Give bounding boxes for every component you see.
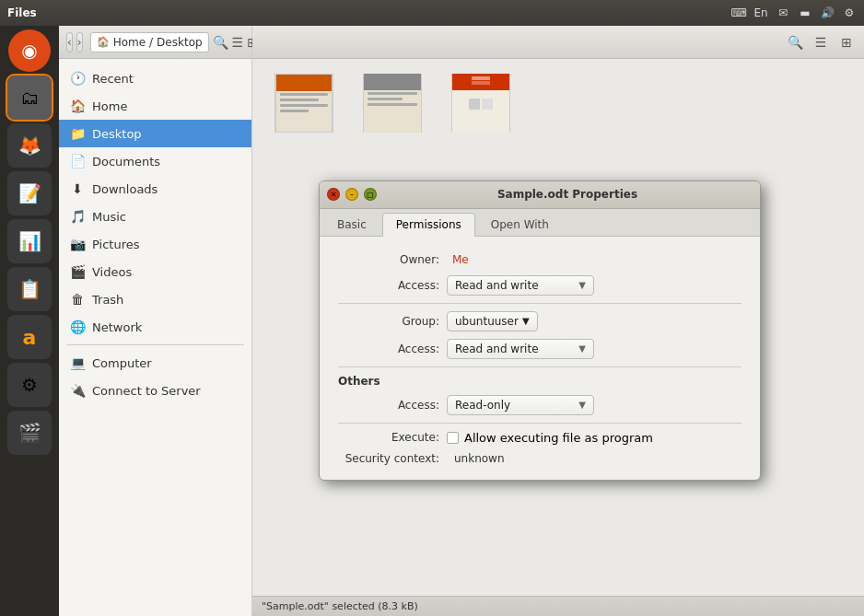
address-location[interactable]: Desktop	[157, 36, 203, 49]
owner-access-dropdown[interactable]: Read and write ▼	[447, 275, 594, 296]
execute-text: Allow executing file as program	[464, 431, 653, 445]
sidebar-item-desktop[interactable]: 📁 Desktop	[59, 120, 251, 147]
vlc-icon: 🎬	[18, 422, 41, 444]
sidebar-item-home[interactable]: 🏠 Home	[59, 92, 251, 120]
address-home[interactable]: Home	[113, 36, 146, 49]
mail-icon[interactable]: ✉	[776, 6, 790, 20]
dock-item-amazon[interactable]: a	[7, 315, 52, 359]
group-label: Group:	[338, 315, 439, 328]
files-icon: 🗂	[20, 87, 39, 109]
sidebar-item-videos[interactable]: 🎬 Videos	[59, 258, 251, 285]
search-button[interactable]: 🔍	[213, 32, 228, 52]
file-area: 🔍 ☰ ⊞	[252, 26, 864, 616]
main-layout: ◉ 🗂 🦊 📝 📊 📋 a ⚙ 🎬 ‹ ›	[0, 26, 864, 616]
dock-item-impress[interactable]: 📋	[7, 267, 52, 311]
list-view-button[interactable]: ☰	[232, 32, 244, 52]
security-row: Security context: unknown	[338, 452, 741, 465]
keyboard-icon[interactable]: ⌨	[731, 6, 746, 20]
dock: ◉ 🗂 🦊 📝 📊 📋 a ⚙ 🎬	[0, 26, 59, 616]
execute-label: Execute:	[338, 431, 439, 444]
sidebar-item-connect[interactable]: 🔌 Connect to Server	[59, 377, 251, 404]
execute-checkbox[interactable]	[447, 432, 459, 444]
dialog-overlay: ✕ – □ Sample.odt Properties Basic Permis…	[252, 44, 864, 616]
sidebar-item-documents[interactable]: 📄 Documents	[59, 147, 251, 175]
sidebar-item-network[interactable]: 🌐 Network	[59, 313, 251, 341]
sidebar-item-music[interactable]: 🎵 Music	[59, 203, 251, 230]
sidebar-label-computer: Computer	[92, 356, 152, 370]
owner-access-label: Access:	[338, 279, 439, 292]
sidebar-label-music: Music	[92, 210, 126, 224]
connect-icon: 🔌	[70, 383, 85, 398]
home-icon: 🏠	[97, 36, 110, 48]
dock-item-firefox[interactable]: 🦊	[7, 123, 52, 168]
sidebar-label-pictures: Pictures	[92, 238, 139, 251]
others-title: Others	[338, 375, 741, 388]
sidebar-item-trash[interactable]: 🗑 Trash	[59, 285, 251, 313]
address-separator: /	[149, 36, 153, 49]
sidebar-label-recent: Recent	[92, 72, 134, 86]
tab-open-with[interactable]: Open With	[477, 213, 563, 236]
trash-icon: 🗑	[70, 292, 85, 307]
close-button[interactable]: ✕	[327, 188, 340, 201]
impress-icon: 📋	[18, 278, 41, 300]
dialog-title: Sample.odt Properties	[382, 188, 753, 201]
security-label: Security context:	[338, 452, 439, 465]
dock-item-calc[interactable]: 📊	[7, 219, 52, 263]
home-folder-icon: 🏠	[70, 99, 85, 113]
status-text: "Sample.odt" selected (8.3 kB)	[262, 600, 418, 612]
owner-row: Owner: Me	[338, 251, 741, 268]
maximize-button[interactable]: □	[364, 188, 377, 201]
sidebar-label-network: Network	[92, 320, 142, 334]
group-access-row: Access: Read and write ▼	[338, 339, 741, 359]
forward-button[interactable]: ›	[76, 32, 83, 52]
sidebar-label-desktop: Desktop	[92, 127, 142, 141]
group-select[interactable]: ubuntuuser ▼	[447, 311, 538, 331]
group-access-value: Read and write	[455, 343, 539, 355]
address-bar: 🏠 Home / Desktop	[90, 32, 209, 52]
others-access-dropdown[interactable]: Read-only ▼	[447, 395, 594, 415]
sidebar-item-downloads[interactable]: ⬇ Downloads	[59, 175, 251, 203]
ubuntu-icon: ◉	[21, 40, 37, 62]
dialog-tabs: Basic Permissions Open With	[320, 209, 760, 237]
back-button[interactable]: ‹	[66, 32, 73, 52]
settings-icon[interactable]: ⚙	[842, 6, 857, 20]
group-value: ubuntuuser	[455, 315, 519, 328]
dock-item-files[interactable]: 🗂	[7, 76, 52, 120]
execute-row: Execute: Allow executing file as program	[338, 431, 741, 445]
owner-value: Me	[447, 251, 474, 268]
dock-item-vlc[interactable]: 🎬	[7, 411, 52, 455]
permissions-content: Owner: Me Access: Read and write ▼ Group…	[320, 237, 760, 480]
sidebar-separator	[66, 344, 244, 345]
sidebar-label-trash: Trash	[92, 293, 123, 307]
separator-2	[338, 366, 741, 367]
sidebar-item-pictures[interactable]: 📷 Pictures	[59, 230, 251, 258]
sidebar-item-computer[interactable]: 💻 Computer	[59, 349, 251, 377]
separator-3	[338, 423, 741, 424]
sidebar-label-downloads: Downloads	[92, 182, 158, 196]
minimize-button[interactable]: –	[345, 188, 358, 201]
recent-icon: 🕐	[70, 71, 85, 86]
sidebar-label-home: Home	[92, 99, 127, 113]
sidebar-navbar: ‹ › 🏠 Home / Desktop 🔍 ☰ ⊞	[59, 26, 251, 59]
sidebar-item-recent[interactable]: 🕐 Recent	[59, 64, 251, 92]
separator-1	[338, 303, 741, 304]
group-access-dropdown[interactable]: Read and write ▼	[447, 339, 594, 359]
dock-item-writer[interactable]: 📝	[7, 171, 52, 215]
computer-icon: 💻	[70, 355, 85, 370]
pictures-icon: 📷	[70, 237, 85, 251]
videos-icon: 🎬	[70, 264, 85, 279]
group-row: Group: ubuntuuser ▼	[338, 311, 741, 331]
dock-item-settings[interactable]: ⚙	[7, 363, 52, 407]
group-access-label: Access:	[338, 343, 439, 355]
battery-icon: ▬	[798, 6, 812, 20]
language-indicator[interactable]: En	[753, 6, 768, 20]
volume-icon[interactable]: 🔊	[820, 6, 835, 20]
owner-access-value: Read and write	[455, 279, 539, 292]
dropdown-arrow-others: ▼	[578, 400, 586, 410]
tab-permissions[interactable]: Permissions	[382, 213, 475, 237]
properties-dialog: ✕ – □ Sample.odt Properties Basic Permis…	[319, 180, 761, 481]
owner-access-row: Access: Read and write ▼	[338, 275, 741, 296]
tab-basic[interactable]: Basic	[323, 213, 380, 236]
downloads-icon: ⬇	[70, 181, 85, 196]
dock-item-ubuntu[interactable]: ◉	[8, 29, 51, 72]
